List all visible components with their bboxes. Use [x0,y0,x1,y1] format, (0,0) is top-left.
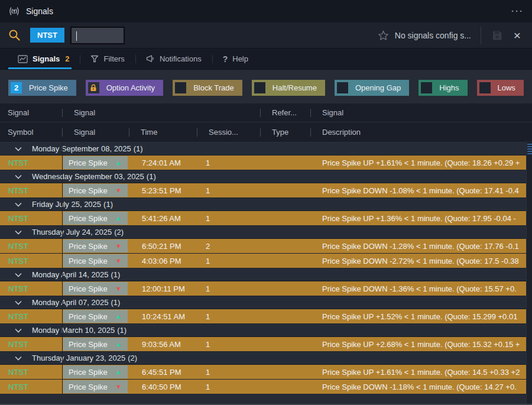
signal-row[interactable]: NTSTPrice Spike▼6:50:21 PM2Price Spike D… [0,239,526,254]
tab-filters[interactable]: Filters [80,48,135,69]
signal-row[interactable]: NTSTPrice Spike▼4:03:06 PM1Price Spike D… [0,254,526,268]
filter-button-halt-resume[interactable]: Halt/Resume [252,80,325,96]
lock-icon [88,82,99,93]
filter-checkbox[interactable] [175,82,186,93]
group-row[interactable]: Monday April 14, 2025(1) [0,268,526,281]
header-symbol[interactable]: Symbol [0,128,62,137]
header-description[interactable]: Description [310,128,532,137]
chevron-down-icon[interactable] [15,230,22,235]
group-row[interactable]: Monday September 08, 2025(1) [0,142,526,155]
header-time[interactable]: Time [129,128,197,137]
filter-label: Halt/Resume [273,83,317,92]
vertical-scrollbar[interactable] [526,141,532,404]
chevron-down-icon[interactable] [15,174,22,179]
filter-checkbox[interactable] [254,82,265,93]
text-caret [76,31,77,41]
tab-help[interactable]: ? Help [212,48,259,69]
chevron-down-icon[interactable] [15,273,22,277]
filter-button-block-trade[interactable]: Block Trade [173,80,242,96]
cell-time: 12:00:11 PM [129,284,197,293]
cell-time: 5:41:26 AM [129,214,197,223]
cell-time: 9:03:56 AM [129,340,197,349]
cell-signal: Price Spike▲ [62,337,129,351]
group-row[interactable]: Monday April 07, 2025(1) [0,296,526,309]
cell-description: Price Spike UP +1.36% < 1 minute. (Quote… [310,214,526,223]
cell-description: Price Spike DOWN -1.08% < 1 minute. (Quo… [310,186,526,195]
tab-badge: 2 [65,54,69,63]
group-count: (1) [117,326,126,335]
tab-label: Help [232,54,248,63]
cell-symbol: NTST [0,368,62,377]
signal-name: Price Spike [69,186,108,195]
group-date: Wednesday September 03, 2025 [32,172,144,181]
cell-signal: Price Spike▲ [62,309,129,323]
signal-row[interactable]: NTSTPrice Spike▼6:40:50 PM1Price Spike D… [0,380,526,394]
window-title: Signals [26,7,53,16]
header-signal-group-1[interactable]: Signal [0,108,62,117]
group-count: (1) [111,270,120,279]
filter-button-opening-gap[interactable]: Opening Gap [335,80,409,96]
chevron-down-icon[interactable] [15,328,22,333]
table-group-header-row: Signal Signal Refer... Signal [0,103,532,122]
signal-row[interactable]: NTSTPrice Spike▲9:03:56 AM1Price Spike U… [0,337,526,352]
header-signal-group-2[interactable]: Signal [62,108,260,117]
cell-symbol: NTST [0,312,62,321]
symbol-button[interactable]: NTST [30,28,64,43]
cell-symbol: NTST [0,214,62,223]
megaphone-icon [146,55,155,63]
group-row[interactable]: Monday March 10, 2025(1) [0,324,526,337]
cell-session: 1 [197,368,260,377]
cell-time: 7:24:01 AM [129,158,197,167]
broadcast-icon [8,7,20,16]
tab-signals[interactable]: Signals 2 [7,48,80,69]
filter-checkbox[interactable] [337,82,348,93]
close-icon[interactable]: × [510,28,525,43]
cell-symbol: NTST [0,186,62,195]
cell-description: Price Spike UP +2.68% < 1 minute. (Quote… [310,340,526,349]
chevron-down-icon[interactable] [15,300,22,305]
tab-label: Filters [103,54,124,63]
more-menu-icon[interactable]: ··· [511,8,524,14]
header-type[interactable]: Type [260,128,310,137]
filter-button-highs[interactable]: Highs [419,80,467,96]
chevron-down-icon[interactable] [15,202,22,207]
signal-row[interactable]: NTSTPrice Spike▼12:00:11 PM1Price Spike … [0,281,526,296]
chevron-down-icon[interactable] [15,356,22,361]
signal-row[interactable]: NTSTPrice Spike▲6:45:51 PM1Price Spike U… [0,365,526,380]
header-session[interactable]: Sessio... [197,128,260,137]
group-row[interactable]: Thursday July 24, 2025(2) [0,226,526,239]
signal-row[interactable]: NTSTPrice Spike▲7:24:01 AM1Price Spike U… [0,155,526,170]
signal-name: Price Spike [69,214,108,223]
filter-button-lows[interactable]: Lows [477,80,524,96]
filter-button-price-spike[interactable]: 2Price Spike [8,80,76,96]
filter-checkbox[interactable] [479,82,491,93]
title-bar: Signals ··· [0,0,532,22]
signal-chip: Price Spike▲ [63,338,128,351]
header-signal[interactable]: Signal [62,128,129,137]
scrollbar-thumb[interactable] [527,144,532,154]
cell-description: Price Spike DOWN -1.36% < 1 minute. (Quo… [310,284,526,293]
signal-row[interactable]: NTSTPrice Spike▲5:41:26 AM1Price Spike U… [0,211,526,226]
save-icon[interactable] [489,28,505,43]
chevron-down-icon[interactable] [15,147,22,151]
cell-signal: Price Spike▼ [62,254,129,268]
arrow-down-icon: ▼ [115,242,122,250]
header-reference-group[interactable]: Refer... [260,108,310,117]
signal-row[interactable]: NTSTPrice Spike▲10:24:51 AM1Price Spike … [0,309,526,324]
group-count: (1) [111,298,120,307]
header-signal-group-3[interactable]: Signal [310,108,532,117]
cell-description: Price Spike DOWN -1.18% < 1 minute. (Quo… [310,383,526,391]
filter-button-option-activity[interactable]: Option Activity [86,80,163,96]
group-row[interactable]: Wednesday September 03, 2025(1) [0,170,526,183]
filter-checkbox[interactable] [421,82,432,93]
star-icon[interactable] [378,30,389,41]
search-row: NTST No signals config s... × [0,22,532,48]
signal-chip: Price Spike▲ [63,156,128,169]
search-input[interactable] [70,27,125,44]
group-row[interactable]: Friday July 25, 2025(1) [0,198,526,211]
tab-notifications[interactable]: Notifications [135,48,212,69]
cell-session: 1 [197,284,260,293]
group-row[interactable]: Thursday January 23, 2025(2) [0,352,526,365]
cell-symbol: NTST [0,242,62,251]
signal-row[interactable]: NTSTPrice Spike▼5:23:51 PM1Price Spike D… [0,183,526,198]
